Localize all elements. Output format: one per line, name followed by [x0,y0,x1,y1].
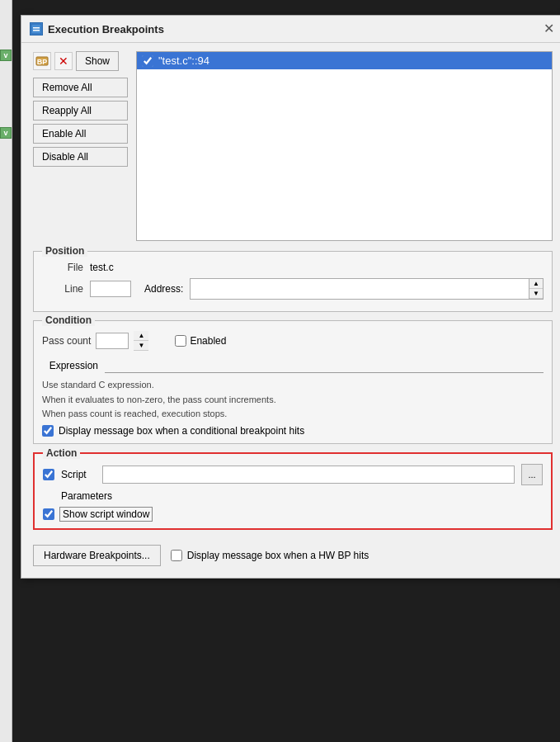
address-spin-up[interactable]: ▲ [529,279,543,289]
expression-row: Expression [42,357,544,373]
script-checkbox[interactable] [43,469,54,480]
close-button[interactable]: ✕ [542,22,556,35]
position-section: Position File test.c Line 94 Address: HW… [33,251,553,312]
address-label: Address: [144,283,183,295]
enabled-row: Enabled [175,335,226,347]
pass-count-wrap: Pass count 1 ▲ ▼ [42,331,148,351]
breakpoint-checkbox[interactable] [142,55,153,67]
pass-count-label: Pass count [42,335,91,347]
toolbar: BP ✕ Show Remove All Reapply All Enable … [33,51,128,241]
address-spin-down[interactable]: ▼ [529,289,543,299]
remove-all-button[interactable]: Remove All [33,78,128,97]
display-msg-row: Display message box when a conditional b… [42,425,544,437]
disable-all-button[interactable]: Disable All [33,147,128,167]
browse-button[interactable]: ... [521,464,543,485]
script-row: Script debug\WatchInit.py ... [43,464,543,485]
title-bar: Execution Breakpoints ✕ [21,16,560,43]
pass-count-spinners: ▲ ▼ [134,331,148,351]
enabled-checkbox[interactable] [175,335,186,347]
action-section: Action Script debug\WatchInit.py ... Par… [33,452,553,530]
expression-input[interactable] [105,357,544,373]
address-input[interactable]: HW 0100'6994 [190,278,529,300]
line-input[interactable]: 94 [90,281,131,297]
execution-breakpoints-dialog: Execution Breakpoints ✕ [21,15,560,579]
bottom-bar: Hardware Breakpoints... Display message … [33,545,553,566]
toolbar-icons: BP ✕ Show [33,51,128,71]
file-label: File [42,262,83,273]
address-spinners: ▲ ▼ [529,278,544,300]
left-marker-2: v [0,127,12,139]
left-panel: v v [0,0,12,742]
condition-section: Condition Pass count 1 ▲ ▼ [33,320,553,444]
add-breakpoint-icon-btn[interactable]: BP [33,52,51,70]
parameters-label: Parameters [61,490,112,502]
pass-count-spin-down[interactable]: ▼ [134,341,148,351]
hint-line-3: When pass count is reached, execution st… [42,407,544,422]
hw-display-msg-checkbox[interactable] [171,550,182,561]
action-section-title: Action [43,447,80,459]
parameters-row: Parameters [43,490,543,502]
script-input[interactable]: debug\WatchInit.py [102,466,515,484]
pass-count-input[interactable]: 1 [96,333,129,349]
hw-breakpoints-button[interactable]: Hardware Breakpoints... [33,545,161,566]
line-label: Line [42,283,83,295]
display-msg-checkbox[interactable] [42,425,54,437]
hw-display-msg-row: Display message box when a HW BP hits [171,550,369,561]
hint-line-2: When it evaluates to non-zero, the pass … [42,393,544,408]
hint-line-1: Use standard C expression. [42,378,544,393]
display-msg-label: Display message box when a conditional b… [59,425,304,437]
show-script-window-checkbox[interactable] [43,508,54,520]
script-label: Script [61,469,96,480]
svg-rect-0 [31,24,41,34]
breakpoint-item[interactable]: "test.c"::94 [137,52,552,69]
pass-count-spin-up[interactable]: ▲ [134,331,148,341]
svg-text:BP: BP [37,58,48,66]
address-wrap: HW 0100'6994 ▲ ▼ [190,278,544,300]
expression-label: Expression [42,360,98,371]
breakpoint-label: "test.c"::94 [158,54,209,67]
left-marker-1: v [0,50,12,61]
svg-rect-2 [33,30,40,31]
hw-display-msg-label: Display message box when a HW BP hits [187,550,369,561]
show-script-window-label: Show script window [59,507,153,522]
dialog-title: Execution Breakpoints [48,23,164,35]
position-section-title: Position [42,245,87,257]
show-button[interactable]: Show [76,51,119,71]
file-value: test.c [90,262,114,273]
dialog-icon [30,22,43,35]
delete-icon-btn[interactable]: ✕ [54,52,73,70]
enable-all-button[interactable]: Enable All [33,124,128,144]
show-script-window-row: Show script window [43,507,543,522]
hint-text: Use standard C expression. When it evalu… [42,378,544,422]
reapply-all-button[interactable]: Reapply All [33,101,128,121]
enabled-label: Enabled [190,335,226,347]
condition-section-title: Condition [42,314,95,326]
svg-rect-1 [33,27,40,29]
breakpoint-list[interactable]: "test.c"::94 [136,51,553,241]
